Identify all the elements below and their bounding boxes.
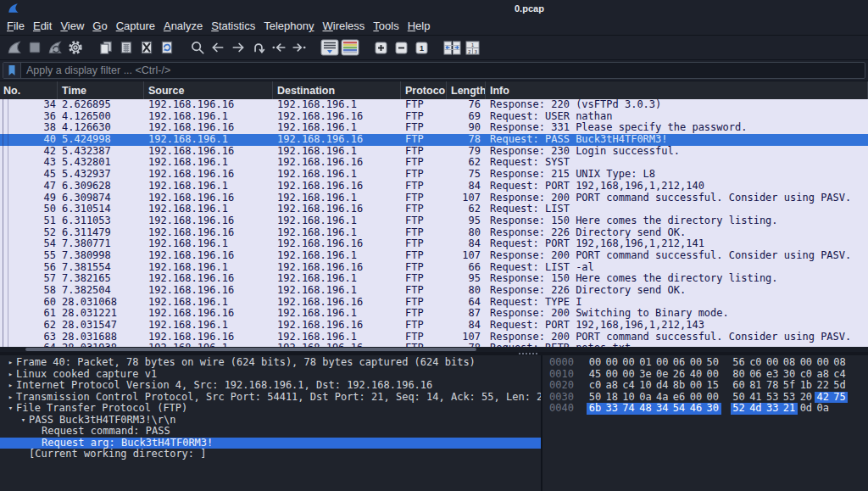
collapsed-arrow-icon[interactable]: ▸ [5,369,16,381]
hex-byte[interactable]: 53 [781,392,798,404]
hex-byte[interactable]: 0a [815,403,832,415]
packet-row-36[interactable]: 364.126500192.168.196.1192.168.196.16FTP… [0,111,868,123]
packet-row-63[interactable]: 6328.031688192.168.196.16192.168.196.1FT… [0,332,868,343]
capture-options-gear-icon[interactable] [65,37,86,58]
collapsed-arrow-icon[interactable]: ▸ [5,380,16,392]
hex-byte[interactable]: 50 [731,392,748,404]
menu-item-capture[interactable]: Capture [112,18,159,34]
hex-byte[interactable]: 00 [620,357,637,369]
hex-byte[interactable]: 00 [620,369,637,381]
hex-row-0000[interactable]: 0000000000010006005056c00008000008 [542,357,868,369]
column-header-protoco[interactable]: Protoco▾ [401,81,447,99]
previous-packet-icon[interactable] [269,37,289,58]
display-filter-input[interactable]: Apply a display filter ... <Ctrl-/> [3,62,865,79]
hex-byte[interactable]: 00 [815,357,832,369]
hex-byte[interactable]: 30 [781,369,798,381]
expanded-arrow-icon[interactable]: ▾ [18,415,29,427]
reload-file-icon[interactable] [157,37,177,58]
hex-byte[interactable]: 5f [781,380,798,392]
hex-byte[interactable]: 00 [587,357,604,369]
hex-byte[interactable]: 00 [764,357,781,369]
hex-byte[interactable]: 10 [637,380,654,392]
hex-byte[interactable]: 00 [654,357,670,369]
menu-item-analyze[interactable]: Analyze [159,18,207,34]
menu-item-help[interactable]: Help [403,18,435,34]
resize-columns-icon[interactable] [442,37,462,58]
menu-item-telephony[interactable]: Telephony [259,18,318,34]
next-packet-icon[interactable] [289,37,309,58]
packet-row-40[interactable]: 405.424998192.168.196.1192.168.196.16FTP… [0,134,868,146]
layout-icon[interactable]: 123 [462,37,482,58]
hex-byte[interactable]: 00 [604,357,620,369]
packet-row-42[interactable]: 425.432387192.168.196.16192.168.196.1FTP… [0,146,868,158]
detail-line[interactable]: Request command: PASS [0,426,541,438]
detail-line[interactable]: ▸Linux cooked capture v1 [0,369,541,381]
hex-byte[interactable]: c4 [832,369,849,381]
hex-byte[interactable]: e3 [764,369,781,381]
hex-row-0020[interactable]: 0020c0a8c410d48b00156081785f1b225d [542,380,868,392]
hex-byte[interactable]: 74 [620,403,637,415]
start-capture-fin-icon[interactable] [4,37,25,58]
hex-byte[interactable]: 48 [637,403,654,415]
hex-byte[interactable]: 00 [687,357,704,369]
splitter-handle[interactable] [519,353,537,354]
column-header-time[interactable]: Time [58,81,144,99]
zoom-out-icon[interactable] [391,37,411,58]
menu-item-view[interactable]: View [56,18,88,34]
column-header-source[interactable]: Source [144,81,273,99]
hex-byte[interactable]: 18 [604,392,620,404]
packet-row-45[interactable]: 455.432937192.168.196.16192.168.196.1FTP… [0,169,868,181]
collapsed-arrow-icon[interactable]: ▸ [5,392,16,404]
hex-byte[interactable]: d4 [654,380,670,392]
hex-byte[interactable]: 10 [620,392,637,404]
hex-byte[interactable]: c0 [747,357,764,369]
detail-line[interactable]: Request arg: Buck3tH4TF0RM3! [0,438,541,449]
hex-byte[interactable]: 50 [587,392,604,404]
scrollbar-thumb[interactable] [25,348,476,351]
hex-row-0010[interactable]: 00104500003e0e2640008006e330c0a8c4 [542,369,868,381]
hex-row-0040[interactable]: 00406b33744834544630524d33210d0a [542,403,868,415]
hex-byte[interactable]: 00 [704,392,721,404]
expanded-arrow-icon[interactable]: ▾ [5,403,16,415]
detail-line[interactable]: ▸Frame 40: Packet, 78 bytes on wire (624… [0,357,541,369]
packet-row-34[interactable]: 342.626895192.168.196.16192.168.196.1FTP… [0,99,868,111]
auto-scroll-icon[interactable] [320,37,340,58]
detail-line[interactable]: ▾File Transfer Protocol (FTP) [0,403,541,415]
hex-byte[interactable]: 00 [798,357,815,369]
hex-byte[interactable]: 46 [687,403,704,415]
menu-item-edit[interactable]: Edit [29,18,56,34]
hex-byte[interactable]: 75 [832,392,849,404]
hex-byte[interactable]: 06 [670,357,687,369]
hex-byte[interactable]: 01 [637,357,654,369]
hex-byte[interactable]: 1b [798,380,815,392]
menu-item-wireless[interactable]: Wireless [319,18,370,34]
packet-row-55[interactable]: 557.380998192.168.196.16192.168.196.1FTP… [0,250,868,262]
hex-byte[interactable]: c0 [798,369,815,381]
restart-capture-icon[interactable] [45,37,65,58]
colorize-icon[interactable] [340,37,360,58]
column-header-no[interactable]: No. [0,81,58,99]
hex-byte[interactable]: 52 [731,403,748,415]
hex-byte[interactable]: 00 [604,369,620,381]
bookmark-icon[interactable] [3,63,21,78]
column-header-length[interactable]: Length [447,81,486,99]
menu-item-go[interactable]: Go [88,18,111,34]
packet-bytes-pane[interactable]: 0000000000010006005056c00008000008001045… [542,355,868,491]
go-back-icon[interactable] [208,37,228,58]
packet-row-61[interactable]: 6128.031221192.168.196.16192.168.196.1FT… [0,308,868,320]
hex-byte[interactable]: 56 [731,357,748,369]
save-file-icon[interactable] [116,37,136,58]
hex-byte[interactable]: 54 [670,403,687,415]
hex-byte[interactable]: a8 [815,369,832,381]
hex-byte[interactable]: 30 [704,403,721,415]
packet-row-54[interactable]: 547.380771192.168.196.1192.168.196.16FTP… [0,238,868,250]
detail-line[interactable]: ▸Transmission Control Protocol, Src Port… [0,392,541,404]
hex-byte[interactable]: 4a [654,392,670,404]
hex-byte[interactable]: 22 [815,380,832,392]
collapsed-arrow-icon[interactable]: ▸ [5,357,16,369]
detail-line[interactable]: ▸Internet Protocol Version 4, Src: 192.1… [0,380,541,392]
column-header-info[interactable]: Info [486,81,868,99]
zoom-100-icon[interactable]: 1 [411,37,431,58]
column-header-destination[interactable]: Destination [273,81,401,99]
go-to-packet-icon[interactable] [248,37,269,58]
